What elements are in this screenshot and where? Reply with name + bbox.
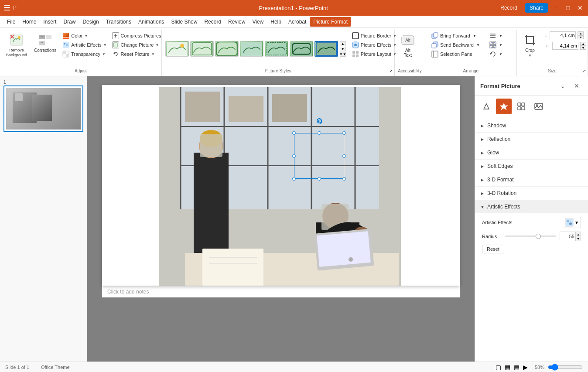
- menu-insert[interactable]: Insert: [40, 17, 60, 27]
- handle-br[interactable]: [342, 177, 346, 181]
- handle-tl[interactable]: [292, 131, 296, 135]
- radius-thumb[interactable]: [536, 234, 541, 239]
- shadow-section-header[interactable]: ► Shadow: [475, 119, 588, 132]
- send-backward-button[interactable]: Send Backward ▼: [429, 41, 482, 49]
- width-input[interactable]: [552, 42, 578, 50]
- styles-gallery: [165, 41, 338, 57]
- reset-picture-button[interactable]: Reset Picture ▼: [110, 50, 163, 58]
- menu-review[interactable]: Review: [225, 17, 249, 27]
- radius-decrement[interactable]: ▼: [575, 236, 581, 241]
- menu-animations[interactable]: Animations: [135, 17, 168, 27]
- bring-forward-button[interactable]: Bring Forward ▼: [429, 31, 482, 40]
- height-decrement[interactable]: ▼: [578, 35, 584, 39]
- radius-input[interactable]: [560, 232, 575, 241]
- share-button[interactable]: Share: [525, 3, 548, 13]
- style-thumb-1[interactable]: [165, 41, 189, 57]
- maximize-button[interactable]: □: [564, 3, 572, 12]
- menu-file[interactable]: File: [3, 17, 19, 27]
- selection-pane-button[interactable]: Selection Pane: [429, 50, 482, 58]
- style-thumb-5[interactable]: [265, 41, 288, 57]
- align-icon: [489, 32, 496, 39]
- close-button[interactable]: ✕: [576, 3, 585, 12]
- color-button[interactable]: Color ▼: [61, 31, 108, 40]
- slide-sorter-button[interactable]: ▦: [505, 364, 510, 371]
- menu-view[interactable]: View: [249, 17, 267, 27]
- slide-canvas[interactable]: [102, 85, 460, 286]
- slide-thumbnail-1[interactable]: [3, 85, 83, 132]
- panel-collapse-button[interactable]: ⌄: [557, 80, 569, 92]
- picture-border-button[interactable]: Picture Border ▼: [350, 31, 399, 40]
- radius-increment[interactable]: ▲: [575, 232, 581, 236]
- gallery-expand[interactable]: ▼▼: [340, 52, 346, 57]
- slide-image[interactable]: [159, 87, 401, 286]
- compress-button[interactable]: Compress Pictures: [110, 31, 163, 40]
- handle-bl[interactable]: [292, 177, 296, 181]
- menu-help[interactable]: Help: [267, 17, 285, 27]
- panel-tab-layout[interactable]: [513, 99, 529, 114]
- reading-view-button[interactable]: ▤: [514, 364, 520, 371]
- artistic-effects-reset-button[interactable]: Reset: [482, 245, 504, 253]
- style-thumb-2[interactable]: [190, 41, 214, 57]
- remove-background-button[interactable]: RemoveBackground: [3, 31, 30, 59]
- style-thumb-3[interactable]: [215, 41, 239, 57]
- menu-design[interactable]: Design: [79, 17, 102, 27]
- gallery-scroll-up[interactable]: ▲: [340, 41, 346, 46]
- remove-background-icon: [10, 33, 24, 47]
- picture-layout-button[interactable]: Picture Layout ▼: [350, 50, 399, 58]
- glow-section-header[interactable]: ► Glow: [475, 146, 588, 159]
- panel-close-button[interactable]: ✕: [571, 80, 583, 92]
- picture-effects-button[interactable]: Picture Effects ▼: [350, 41, 399, 49]
- height-input[interactable]: [550, 31, 576, 39]
- crop-button[interactable]: Crop ▼: [520, 31, 540, 59]
- size-expand[interactable]: ↗: [582, 68, 586, 73]
- artistic-effects-button[interactable]: Artistic Effects ▼: [61, 41, 108, 49]
- change-picture-button[interactable]: Change Picture ▼: [110, 41, 163, 49]
- menu-picture-format[interactable]: Picture Format: [310, 17, 351, 27]
- panel-tab-effects[interactable]: [496, 99, 512, 114]
- normal-view-button[interactable]: ▢: [496, 364, 501, 371]
- reflection-section-header[interactable]: ► Reflection: [475, 133, 588, 146]
- style-thumb-4[interactable]: [240, 41, 263, 57]
- handle-mr[interactable]: [342, 154, 346, 158]
- alt-text-button[interactable]: Alt AltText: [398, 31, 417, 59]
- height-increment[interactable]: ▲: [578, 31, 584, 35]
- menu-draw[interactable]: Draw: [60, 17, 79, 27]
- slideshow-button[interactable]: ▶: [523, 364, 528, 371]
- group-button[interactable]: ▼: [487, 41, 505, 49]
- picture-styles-expand[interactable]: ↗: [389, 68, 393, 73]
- transparency-button[interactable]: Transparency ▼: [61, 50, 108, 58]
- 3d-format-header[interactable]: ► 3-D Format: [475, 173, 588, 186]
- rotate-button[interactable]: ▼: [487, 50, 505, 58]
- artistic-effects-header[interactable]: ▼ Artistic Effects: [475, 200, 588, 213]
- radius-slider[interactable]: [505, 235, 556, 237]
- minimize-button[interactable]: −: [551, 3, 560, 12]
- style-thumb-7[interactable]: [315, 41, 338, 57]
- menu-acrobat[interactable]: Acrobat: [285, 17, 310, 27]
- width-increment[interactable]: ▲: [580, 42, 586, 46]
- menu-transitions[interactable]: Transitions: [103, 17, 135, 27]
- 3d-rotation-header[interactable]: ► 3-D Rotation: [475, 187, 588, 200]
- handle-rotate[interactable]: [317, 118, 322, 123]
- svg-rect-12: [63, 51, 66, 54]
- notes-bar[interactable]: Click to add notes: [102, 286, 460, 297]
- menu-slideshow[interactable]: Slide Show: [168, 17, 201, 27]
- width-decrement[interactable]: ▼: [580, 46, 586, 50]
- panel-tab-fill[interactable]: [479, 99, 494, 114]
- 3d-rotation-arrow: ►: [480, 191, 485, 196]
- align-button[interactable]: ▼: [487, 31, 505, 40]
- handle-bc[interactable]: [318, 177, 321, 181]
- corrections-button[interactable]: Corrections: [31, 31, 59, 55]
- menu-home[interactable]: Home: [19, 17, 40, 27]
- handle-tc[interactable]: [318, 131, 321, 135]
- zoom-slider[interactable]: [548, 364, 583, 371]
- panel-tab-picture[interactable]: [531, 99, 547, 114]
- handle-tr[interactable]: [342, 131, 346, 135]
- menu-record[interactable]: Record: [201, 17, 225, 27]
- gallery-scroll-down[interactable]: ▼: [340, 47, 346, 51]
- ae-dropdown-button[interactable]: ▼: [563, 217, 581, 228]
- style-thumb-6[interactable]: [290, 41, 313, 57]
- record-button[interactable]: Record: [496, 3, 522, 13]
- soft-edges-header[interactable]: ► Soft Edges: [475, 160, 588, 173]
- handle-ml[interactable]: [292, 154, 296, 158]
- ribbon-size-group: Crop ▼ ↕ ▲ ▼ ↔: [517, 30, 588, 76]
